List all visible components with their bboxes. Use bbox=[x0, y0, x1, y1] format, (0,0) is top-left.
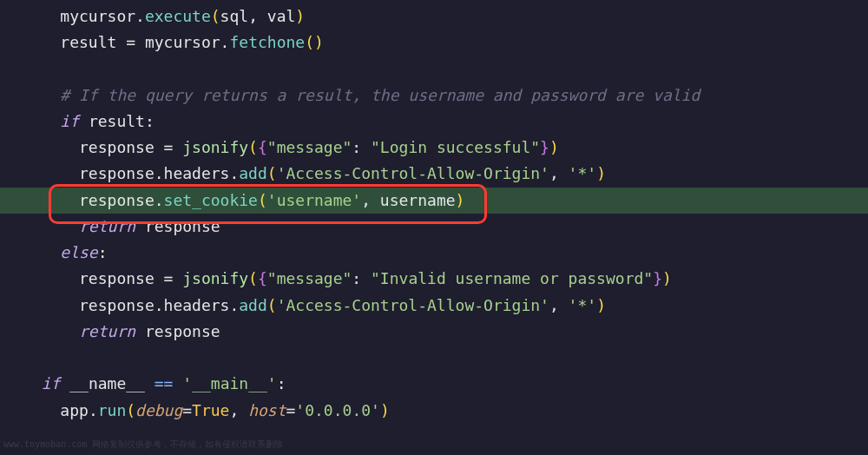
code-line-3 bbox=[0, 56, 868, 82]
code-line-7: response.headers.add('Access-Control-All… bbox=[0, 161, 868, 187]
code-line-14 bbox=[0, 345, 868, 371]
code-line-1: mycursor.execute(sql, val) bbox=[0, 3, 868, 30]
code-line-5: if result: bbox=[0, 109, 868, 135]
code-line-11: response = jsonify({"message": "Invalid … bbox=[0, 266, 868, 292]
code-line-2: result = mycursor.fetchone() bbox=[0, 30, 868, 56]
code-line-13: return response bbox=[0, 319, 868, 345]
code-line-4-comment: # If the query returns a result, the use… bbox=[0, 82, 868, 109]
code-line-6: response = jsonify({"message": "Login su… bbox=[0, 135, 868, 161]
code-line-9: return response bbox=[0, 214, 868, 240]
code-line-16: app.run(debug=True, host='0.0.0.0') bbox=[0, 398, 868, 424]
code-line-12: response.headers.add('Access-Control-All… bbox=[0, 293, 868, 319]
code-line-15: if __name__ == '__main__': bbox=[0, 371, 868, 397]
watermark-text: www.toymoban.com 网络复制仅供参考，不存储，如有侵权请联系删除 bbox=[3, 438, 283, 452]
code-line-8-highlighted: response.set_cookie('username', username… bbox=[0, 188, 868, 214]
code-line-10: else: bbox=[0, 240, 868, 266]
